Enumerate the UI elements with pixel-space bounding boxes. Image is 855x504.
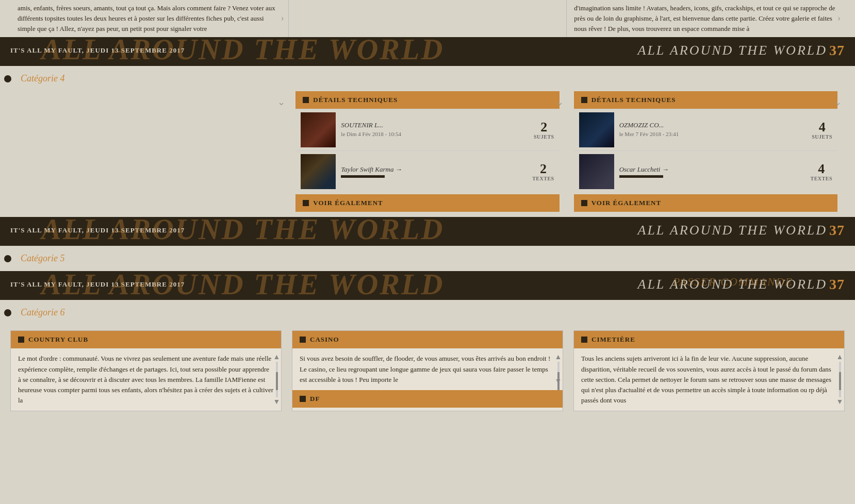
topic-stats-3: 4 SUJETS [812,121,832,140]
country-club-scrollbar[interactable]: ▲ ▼ [275,354,278,406]
topic-row-3[interactable]: OZMOZIZ CO... le Mer 7 Fév 2018 - 23:41 … [574,109,837,150]
topic-info-1: SOUTENIR L... le Dim 4 Fév 2018 - 10:54 [341,121,529,139]
topic-title-4: Oscar Luccheti → [619,165,805,174]
bottom-panels-row: COUNTRY CLUB Le mot d'ordre : communauté… [0,325,855,416]
details-tech-label-2: DÉTAILS TECHNIQUES [591,96,676,104]
section-header-1-left: IT'S ALL MY FAULT, JEUDI 13 SEPTEMBRE 20… [10,46,185,55]
scroll-track [276,362,278,397]
casino-body: Si vous avez besoin de souffler, de floo… [292,348,563,390]
cimetiere-text: Tous les anciens sujets arriveront ici à… [581,355,831,404]
section-header-1-number: 37 [829,42,845,59]
section-header-3-left: IT'S ALL MY FAULT, JEUDI 13 SEPTEMBRE 20… [10,280,185,289]
casino-scroll-track [557,362,560,376]
topic-row-2[interactable]: Taylor Swift Karma → 2 TEXTES [295,150,559,192]
cimetiere-scroll-track [839,362,841,397]
df-label: DF [310,395,320,403]
country-club-header: COUNTRY CLUB [11,331,281,348]
cimetiere-body: Tous les anciens sujets arriveront ici à… [574,348,844,411]
scroll-up-arrow[interactable]: ▲ [273,354,281,361]
section-header-1-right: ALL AROUND THE WORLD [638,43,827,58]
cimetiere-icon [581,337,587,343]
voir-icon-1 [303,200,309,206]
category-4-label: Catégorie 4 [10,66,845,91]
df-icon [300,396,306,402]
scroll-thumb [276,372,278,390]
section-header-2-right: ALL AROUND THE WORLD [638,223,827,238]
col3-panel: DÉTAILS TECHNIQUES OZMOZIZ CO... le Mer … [567,91,845,217]
category-5-row: Catégorie 5 [0,246,855,271]
top-text-col3: d'imagination sans limite ! Avatars, hea… [567,0,845,37]
topic-stats-4: 4 TEXTES [811,162,832,181]
top-text-col2-empty [289,0,567,37]
topic-label-1: SUJETS [534,134,554,140]
casino-text: Si vous avez besoin de souffler, de floo… [300,355,550,383]
topic-date-1: le Dim 4 Fév 2018 - 10:54 [341,131,529,137]
chevron-down-col3-panel[interactable]: ⌄ [834,96,842,108]
cimetiere-scroll-thumb [839,372,841,390]
topic-date-3: le Mer 7 Fév 2018 - 23:41 [619,131,807,137]
chevron-down-col1[interactable]: › [281,11,284,26]
cimetiere-scroll-up[interactable]: ▲ [836,354,844,361]
topic-stats-1: 2 SUJETS [534,121,554,140]
scroll-down-arrow[interactable]: ▼ [273,398,281,406]
voir-label-2: VOIR ÉGALEMENT [591,199,661,207]
topic-title-1: SOUTENIR L... [341,121,529,129]
details-tech-panel-1-header: DÉTAILS TECHNIQUES [295,91,559,109]
section-header-2: IT'S ALL MY FAULT, JEUDI 13 SEPTEMBRE 20… [0,217,855,244]
cimetiere-panel: CIMETIÈRE Tous les anciens sujets arrive… [573,330,845,411]
casino-scrollbar[interactable]: ▲ ▼ [557,354,560,384]
col2-panel: DÉTAILS TECHNIQUES SOUTENIR L... le Dim … [288,91,566,217]
cimetiere-scroll-down[interactable]: ▼ [836,398,844,406]
panel-icon-2 [581,97,587,103]
category-6-row: Catégorie 6 [0,300,855,325]
top-text-col3-content: d'imagination sans limite ! Avatars, hea… [574,4,835,32]
section-header-1-wrapper: IT'S ALL MY FAULT, JEUDI 13 SEPTEMBRE 20… [0,37,855,64]
topic-bar-2 [341,175,385,178]
topic-info-4: Oscar Luccheti → [619,165,805,178]
section-header-2-left: IT'S ALL MY FAULT, JEUDI 13 SEPTEMBRE 20… [10,226,185,234]
section-header-3: IT'S ALL MY FAULT, JEUDI 13 SEPTEMBRE 20… [0,271,855,298]
casino-header: CASINO [292,331,563,348]
topic-stats-2: 2 TEXTES [532,162,554,181]
topic-count-4: 4 [811,162,832,176]
country-club-icon [18,337,24,343]
topic-count-2: 2 [532,162,554,176]
cimetiere-scrollbar[interactable]: ▲ ▼ [838,354,841,406]
category-5-label: Catégorie 5 [10,246,845,271]
voir-egalement-1[interactable]: VOIR ÉGALEMENT [295,194,559,212]
col1-empty: ⌄ [10,91,288,217]
topic-thumb-4 [579,154,614,189]
panels-row-1: ⌄ DÉTAILS TECHNIQUES SOUTENIR L... le Di… [0,91,855,217]
topic-bar-4 [619,175,663,178]
casino-title: CASINO [310,335,339,344]
panel-icon-1 [303,97,309,103]
topic-title-2: Taylor Swift Karma → [341,165,527,174]
top-text-col1-content: amis, enfants, frères soeurs, amants, to… [18,4,275,32]
country-club-text: Le mot d'ordre : communauté. Vous ne viv… [18,355,273,404]
country-club-panel: COUNTRY CLUB Le mot d'ordre : communauté… [10,330,282,411]
chevron-down-col2-panel[interactable]: ⌄ [556,96,564,108]
topic-count-1: 2 [534,121,554,134]
topic-thumb-2 [301,154,336,189]
voir-label-1: VOIR ÉGALEMENT [313,199,383,207]
casino-panel: CASINO Si vous avez besoin de souffler, … [292,330,563,411]
topic-title-3: OZMOZIZ CO... [619,121,807,129]
section-header-2-number: 37 [829,222,845,239]
top-text-col1: amis, enfants, frères soeurs, amants, to… [10,0,288,37]
topic-thumb-3 [579,112,614,147]
topic-row-1[interactable]: SOUTENIR L... le Dim 4 Fév 2018 - 10:54 … [295,109,559,150]
cimetiere-header: CIMETIÈRE [574,331,844,348]
details-tech-label-1: DÉTAILS TECHNIQUES [313,96,398,104]
chevron-down-col1-panel[interactable]: ⌄ [277,96,285,108]
df-panel[interactable]: DF [292,390,563,408]
details-tech-panel-2-header: DÉTAILS TECHNIQUES [574,91,837,109]
section-header-3-right: ALL AROUND THE WORLD [638,277,827,292]
topic-label-4: TEXTES [811,176,832,181]
chevron-down-col3[interactable]: › [837,11,841,26]
topic-row-4[interactable]: Oscar Luccheti → 4 TEXTES [574,150,837,192]
voir-egalement-2[interactable]: VOIR ÉGALEMENT [574,194,837,212]
country-club-body: Le mot d'ordre : communauté. Vous ne viv… [11,348,281,411]
section-header-2-wrapper: IT'S ALL MY FAULT, JEUDI 13 SEPTEMBRE 20… [0,217,855,244]
topic-label-2: TEXTES [532,176,554,181]
casino-scroll-up[interactable]: ▲ [555,354,562,361]
